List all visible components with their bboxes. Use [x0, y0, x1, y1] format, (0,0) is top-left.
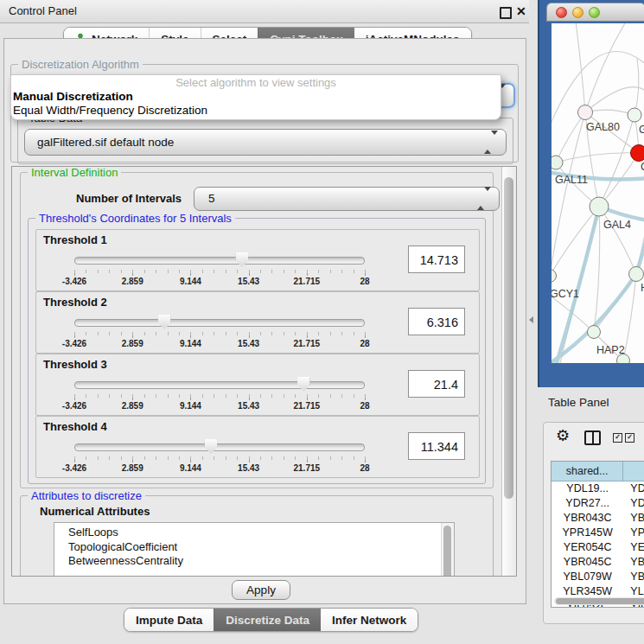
slider-scale: -3.426 2.859 9.144 15.43 21.715 28	[74, 339, 365, 349]
node-selected-red	[631, 145, 644, 162]
tab-infer-network[interactable]: Infer Network	[321, 609, 418, 631]
node-gal11	[552, 156, 563, 169]
checkbox-icon[interactable]: ✓	[625, 433, 634, 443]
slider-scale: -3.426 2.859 9.144 15.43 21.715 28	[74, 463, 365, 474]
group-title: Interval Definition	[28, 166, 121, 179]
threshold-label: Threshold 1	[43, 233, 107, 246]
slider-minor-ticks	[74, 456, 366, 460]
list-item[interactable]: BetweennessCentrality	[54, 554, 454, 569]
threshold-label: Threshold 4	[43, 420, 107, 433]
gear-icon[interactable]: ⚙	[556, 426, 570, 445]
slider-track[interactable]	[74, 257, 365, 265]
network-canvas[interactable]: GAL80 GA C GAL11 GAL4 GCY1 H HAP2	[552, 23, 644, 363]
dropdown-option-equal-width[interactable]: Equal Width/Frequency Discretization	[11, 104, 501, 118]
settings-scrollbar[interactable]	[501, 167, 516, 576]
table-row[interactable]: YBL079WYBL0	[552, 570, 644, 584]
table-data-select[interactable]: galFiltered.sif default node	[24, 129, 507, 156]
apply-button[interactable]: Apply	[232, 580, 290, 600]
threshold-panel: Threshold 4 -3.426 2.859 9.144 15.43 21.…	[35, 416, 480, 478]
network-window-titlebar	[546, 3, 644, 22]
list-item[interactable]: SelfLoops	[54, 523, 454, 540]
threshold-slider[interactable]	[74, 377, 365, 392]
number-of-intervals-select[interactable]: 5	[194, 187, 500, 211]
scrollbar-thumb[interactable]	[504, 177, 513, 499]
slider-minor-ticks	[74, 270, 366, 273]
threshold-value-field[interactable]: 6.316	[408, 308, 465, 335]
control-panel-titlebar: Control Panel ✕	[0, 0, 529, 23]
stepper-arrows-icon	[477, 191, 491, 207]
node-gal80	[578, 105, 593, 120]
group-title: Discretization Algorithm	[18, 58, 143, 71]
node-attribute-table: shared... na YDL19...YDL1 YDR27...YDR2 Y…	[551, 461, 644, 608]
threshold-panel: Threshold 3 -3.426 2.859 9.144 15.43 21.…	[35, 354, 480, 416]
table-row[interactable]: YPR145WYPR1	[552, 526, 644, 540]
svg-text:C: C	[641, 161, 644, 173]
threshold-slider[interactable]	[74, 252, 365, 267]
table-data-selected-value: galFiltered.sif default node	[25, 130, 506, 155]
tab-label: Impute Data	[136, 614, 202, 627]
table-panel-title: Table Panel	[548, 387, 609, 418]
list-scrollbar[interactable]	[441, 523, 454, 577]
slider-thumb[interactable]	[158, 315, 171, 329]
network-edges	[552, 23, 644, 363]
svg-text:GCY1: GCY1	[552, 288, 579, 300]
table-panel-titlebar: Table Panel	[538, 387, 644, 418]
threshold-slider[interactable]	[74, 315, 365, 329]
threshold-slider[interactable]	[74, 439, 365, 454]
network-window: GAL80 GA C GAL11 GAL4 GCY1 H HAP2	[538, 0, 644, 387]
node-ga	[628, 108, 641, 122]
scrollbar-thumb[interactable]	[556, 598, 644, 604]
tab-impute-data[interactable]: Impute Data	[124, 609, 214, 631]
thresholds-group: Threshold's Coordinates for 5 Intervals …	[28, 218, 486, 484]
node-hap2	[588, 326, 601, 339]
list-item[interactable]: TopologicalCoefficient	[54, 540, 454, 555]
close-traffic-light[interactable]	[556, 7, 567, 18]
svg-text:H: H	[641, 282, 644, 294]
float-window-icon[interactable]	[500, 7, 512, 19]
threshold-panel: Threshold 1 -3.426 2.859 9.144 15.43 21.…	[35, 229, 480, 291]
table-row[interactable]: YBR043CYBR0	[552, 511, 644, 526]
slider-scale: -3.426 2.859 9.144 15.43 21.715 28	[74, 277, 365, 287]
close-icon[interactable]: ✕	[516, 3, 526, 19]
table-row[interactable]: YDL19...YDL1	[552, 481, 644, 496]
minimize-traffic-light[interactable]	[572, 7, 583, 18]
settings-scroll-area: Interval Definition Number of Intervals …	[11, 166, 517, 577]
slider-track[interactable]	[74, 443, 365, 451]
slider-scale: -3.426 2.859 9.144 15.43 21.715 28	[74, 401, 365, 411]
threshold-value-field[interactable]: 21.4	[408, 370, 465, 398]
column-header-shared-name[interactable]: shared...	[552, 462, 623, 481]
svg-text:GAL4: GAL4	[603, 219, 631, 231]
numerical-attributes-list[interactable]: SelfLoops TopologicalCoefficient Between…	[54, 522, 455, 577]
table-horizontal-scrollbar[interactable]	[554, 597, 644, 605]
cyni-mode-tabs: Impute Data Discretize Data Infer Networ…	[124, 608, 418, 632]
group-title: Attributes to discretize	[28, 489, 145, 502]
slider-thumb[interactable]	[297, 377, 310, 392]
node-h	[629, 267, 644, 282]
table-header-row: shared... na	[552, 462, 644, 481]
slider-minor-ticks	[74, 394, 366, 398]
threshold-label: Threshold 2	[43, 296, 107, 309]
svg-text:GA: GA	[639, 124, 644, 136]
slider-track[interactable]	[74, 319, 365, 327]
table-row[interactable]: YBR045CYBR0	[552, 555, 644, 570]
dropdown-option-manual[interactable]: Manual Discretization	[11, 90, 501, 104]
checkbox-icon[interactable]: ✓	[613, 433, 622, 443]
split-columns-icon[interactable]	[584, 430, 601, 445]
table-row[interactable]: YDR27...YDR2	[552, 496, 644, 511]
threshold-label: Threshold 3	[43, 358, 107, 371]
slider-thumb[interactable]	[204, 439, 217, 454]
slider-thumb[interactable]	[235, 252, 248, 267]
panel-divider-grip[interactable]	[529, 316, 533, 323]
number-of-intervals-value: 5	[194, 188, 499, 210]
tab-discretize-data[interactable]: Discretize Data	[214, 609, 321, 631]
dropdown-hint: Select algorithm to view settings	[11, 75, 501, 90]
maximize-traffic-light[interactable]	[589, 7, 600, 18]
column-header-name[interactable]: na	[623, 462, 644, 481]
interval-definition-group: Interval Definition Number of Intervals …	[20, 172, 494, 488]
threshold-value-field[interactable]: 11.344	[408, 432, 465, 460]
slider-track[interactable]	[74, 381, 365, 389]
table-row[interactable]: YER054CYER0	[552, 540, 644, 555]
tab-label: Discretize Data	[226, 614, 309, 627]
tab-label: Infer Network	[332, 614, 406, 627]
threshold-value-field[interactable]: 14.713	[408, 245, 465, 273]
